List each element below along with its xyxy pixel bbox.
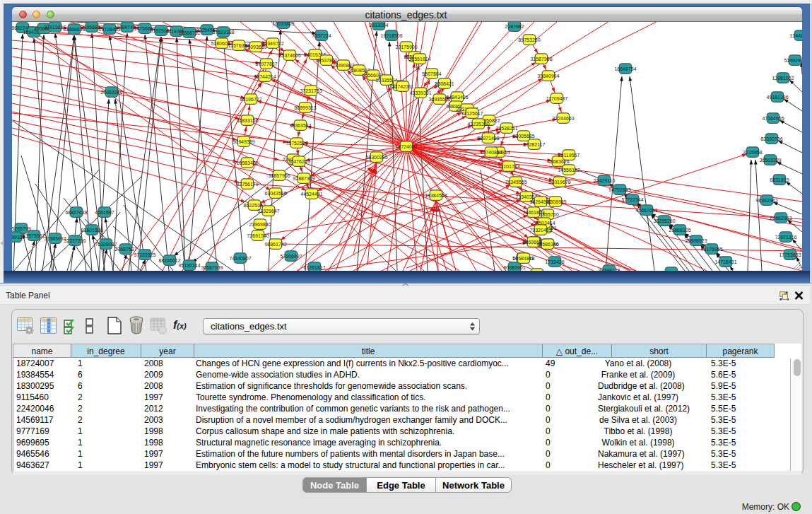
svg-text:44524491: 44524491 bbox=[300, 192, 322, 197]
svg-text:61291817: 61291817 bbox=[303, 265, 325, 270]
svg-text:92887369: 92887369 bbox=[293, 176, 314, 181]
svg-text:18300295: 18300295 bbox=[365, 155, 387, 160]
svg-text:87977837: 87977837 bbox=[255, 62, 277, 66]
svg-text:31742311: 31742311 bbox=[392, 84, 414, 89]
svg-text:22429110: 22429110 bbox=[594, 178, 616, 183]
svg-text:36503389: 36503389 bbox=[759, 158, 781, 163]
svg-text:16648784: 16648784 bbox=[614, 66, 636, 71]
svg-text:1872248: 1872248 bbox=[661, 270, 681, 271]
svg-text:51929647: 51929647 bbox=[257, 209, 279, 214]
svg-text:36935572: 36935572 bbox=[428, 97, 450, 102]
svg-text:86225343: 86225343 bbox=[243, 203, 265, 208]
svg-text:72971316: 72971316 bbox=[775, 235, 796, 240]
svg-text:20175900: 20175900 bbox=[395, 45, 417, 49]
svg-text:92744214: 92744214 bbox=[254, 74, 276, 79]
svg-text:36833156: 36833156 bbox=[236, 118, 258, 123]
svg-text:62662963: 62662963 bbox=[770, 216, 792, 221]
svg-text:75752529: 75752529 bbox=[286, 141, 307, 146]
svg-text:85374605: 85374605 bbox=[278, 53, 300, 58]
svg-text:43339391: 43339391 bbox=[409, 90, 431, 95]
svg-text:88971488: 88971488 bbox=[477, 136, 499, 141]
svg-text:36264581: 36264581 bbox=[529, 199, 551, 204]
svg-text:88226012: 88226012 bbox=[158, 258, 180, 263]
svg-text:29898923: 29898923 bbox=[685, 238, 707, 243]
svg-text:98861742: 98861742 bbox=[264, 242, 286, 247]
svg-text:57629388: 57629388 bbox=[212, 30, 234, 35]
svg-text:87282117: 87282117 bbox=[524, 142, 546, 147]
svg-text:34101783: 34101783 bbox=[498, 164, 519, 169]
svg-text:7357224: 7357224 bbox=[312, 33, 331, 38]
svg-text:32227216: 32227216 bbox=[64, 238, 86, 243]
svg-text:63043515: 63043515 bbox=[264, 191, 286, 196]
svg-text:13448136: 13448136 bbox=[789, 33, 802, 38]
svg-text:68827638: 68827638 bbox=[65, 210, 87, 215]
svg-text:32244663: 32244663 bbox=[552, 116, 574, 121]
svg-text:86899313: 86899313 bbox=[294, 105, 316, 110]
svg-text:98942942: 98942942 bbox=[755, 198, 777, 203]
svg-text:5265799: 5265799 bbox=[12, 226, 31, 231]
svg-text:95196727: 95196727 bbox=[240, 97, 261, 102]
svg-text:82030736: 82030736 bbox=[760, 136, 782, 141]
svg-text:30345092: 30345092 bbox=[44, 236, 66, 241]
svg-text:46667651: 46667651 bbox=[635, 208, 657, 213]
svg-text:11709497: 11709497 bbox=[546, 96, 568, 101]
svg-text:57722344: 57722344 bbox=[621, 197, 643, 202]
svg-text:49586340: 49586340 bbox=[536, 242, 558, 247]
svg-text:50684848: 50684848 bbox=[512, 256, 534, 261]
svg-text:23969840: 23969840 bbox=[249, 222, 271, 227]
svg-text:18724007: 18724007 bbox=[395, 144, 417, 149]
svg-text:81801586: 81801586 bbox=[81, 228, 102, 233]
svg-text:82756179: 82756179 bbox=[236, 182, 258, 187]
svg-text:4561597: 4561597 bbox=[95, 210, 114, 215]
svg-text:10583482: 10583482 bbox=[236, 160, 258, 165]
svg-text:30587039: 30587039 bbox=[201, 265, 223, 270]
svg-text:74140807: 74140807 bbox=[229, 256, 251, 261]
svg-text:33857966: 33857966 bbox=[268, 173, 290, 178]
svg-text:20053346: 20053346 bbox=[100, 90, 122, 95]
svg-text:72691040: 72691040 bbox=[247, 233, 269, 238]
svg-text:27687537: 27687537 bbox=[114, 247, 136, 252]
svg-text:39840994: 39840994 bbox=[537, 74, 559, 78]
svg-text:37231783: 37231783 bbox=[300, 88, 322, 93]
svg-text:40349722: 40349722 bbox=[261, 41, 283, 46]
svg-text:68005685: 68005685 bbox=[512, 134, 534, 139]
svg-text:13575562: 13575562 bbox=[23, 233, 45, 238]
svg-text:76345555: 76345555 bbox=[505, 180, 526, 185]
svg-text:49537831: 49537831 bbox=[315, 58, 337, 63]
svg-text:36551614: 36551614 bbox=[408, 57, 430, 62]
svg-text:93363534: 93363534 bbox=[289, 123, 311, 128]
svg-text:43235350: 43235350 bbox=[467, 122, 489, 127]
svg-text:19384554: 19384554 bbox=[425, 193, 447, 198]
svg-text:8813054: 8813054 bbox=[369, 23, 388, 28]
svg-text:5308421: 5308421 bbox=[435, 81, 454, 86]
svg-text:30476249: 30476249 bbox=[288, 159, 310, 164]
svg-text:14718431: 14718431 bbox=[714, 259, 736, 264]
svg-text:94702683: 94702683 bbox=[608, 187, 630, 192]
svg-text:6831819: 6831819 bbox=[770, 177, 789, 182]
svg-text:8507864: 8507864 bbox=[422, 71, 441, 76]
svg-text:38295260: 38295260 bbox=[653, 218, 675, 223]
svg-text:78490893: 78490893 bbox=[332, 63, 354, 68]
svg-text:19218506: 19218506 bbox=[380, 33, 402, 38]
svg-text:95130244: 95130244 bbox=[178, 263, 200, 268]
svg-text:47164955: 47164955 bbox=[762, 116, 784, 121]
svg-text:2187682: 2187682 bbox=[505, 24, 524, 29]
svg-text:79461803: 79461803 bbox=[522, 210, 544, 215]
svg-text:14556182: 14556182 bbox=[558, 168, 579, 173]
svg-text:77125617: 77125617 bbox=[461, 111, 483, 116]
svg-text:38338124: 38338124 bbox=[598, 268, 620, 271]
svg-text:29119557: 29119557 bbox=[558, 153, 580, 158]
svg-text:49181396: 49181396 bbox=[766, 95, 788, 100]
svg-text:51992979: 51992979 bbox=[784, 58, 802, 63]
svg-text:3215958: 3215958 bbox=[743, 150, 762, 155]
svg-text:79320463: 79320463 bbox=[529, 228, 551, 233]
svg-text:57306997: 57306997 bbox=[280, 254, 302, 259]
svg-text:89753260: 89753260 bbox=[518, 37, 540, 42]
svg-text:13981052: 13981052 bbox=[772, 76, 794, 81]
svg-text:16033809: 16033809 bbox=[272, 22, 294, 26]
svg-text:29538251: 29538251 bbox=[495, 126, 517, 131]
svg-text:1733426: 1733426 bbox=[545, 259, 564, 264]
svg-text:90949389: 90949389 bbox=[233, 139, 254, 144]
svg-text:52019678: 52019678 bbox=[548, 180, 570, 185]
svg-text:76329037: 76329037 bbox=[95, 242, 117, 247]
